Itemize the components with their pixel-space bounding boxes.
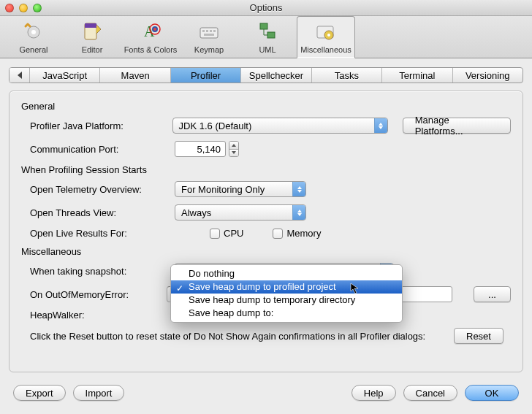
window-title: Options <box>0 2 532 13</box>
toolbar: General Editor A Fonts & Colors Keymap U… <box>0 16 532 58</box>
section-misc: Miscellaneous <box>21 246 511 257</box>
chevron-updown-icon <box>374 118 387 133</box>
content-panel: General Profiler Java Platform: JDK 1.6 … <box>9 91 523 372</box>
svg-rect-9 <box>202 30 205 32</box>
label-oom: On OutOfMemoryError: <box>21 289 159 300</box>
tab-scroll-left[interactable] <box>10 68 30 83</box>
svg-rect-12 <box>213 30 216 32</box>
tab-tasks[interactable]: Tasks <box>312 68 382 83</box>
toolbar-miscellaneous[interactable]: Miscellaneous <box>297 16 355 58</box>
toolbar-general[interactable]: General <box>4 16 63 58</box>
label-threads: Open Threads View: <box>21 207 167 218</box>
checkbox-cpu[interactable]: CPU <box>210 228 243 239</box>
label-port: Communication Port: <box>21 144 167 155</box>
tab-versioning[interactable]: Versioning <box>453 68 522 83</box>
tab-spellchecker[interactable]: Spellchecker <box>241 68 311 83</box>
manage-platforms-button[interactable]: Manage Platforms... <box>403 118 511 134</box>
dropdown-item[interactable]: Save heap dump to: <box>171 307 402 320</box>
dropdown-item[interactable]: Save heap dump to temporary directory <box>171 294 402 307</box>
gear-icon <box>22 20 45 44</box>
tab-bar: JavaScript Maven Profiler Spellchecker T… <box>9 67 523 83</box>
toolbar-fonts-colors[interactable]: A Fonts & Colors <box>121 16 180 58</box>
svg-rect-14 <box>260 23 267 29</box>
toolbar-uml[interactable]: UML <box>238 16 297 58</box>
select-threads[interactable]: Always <box>175 204 306 221</box>
section-profiling: When Profiling Session Starts <box>21 164 511 175</box>
section-general: General <box>21 101 511 112</box>
svg-rect-15 <box>267 32 275 38</box>
misc-icon <box>314 20 338 44</box>
tab-terminal[interactable]: Terminal <box>382 68 452 83</box>
chevron-updown-icon <box>292 182 305 196</box>
footer: Export Import Help Cancel OK <box>0 378 532 407</box>
svg-point-18 <box>327 34 330 37</box>
select-java-platform[interactable]: JDK 1.6 (Default) <box>172 118 388 134</box>
reset-note: Click the Reset button to reset state of… <box>30 331 446 343</box>
toolbar-label: Miscellaneous <box>300 45 352 54</box>
tab-maven[interactable]: Maven <box>100 68 170 83</box>
uml-icon <box>256 20 279 44</box>
toolbar-label: UML <box>259 45 276 54</box>
toolbar-label: Keymap <box>194 45 224 54</box>
reset-button[interactable]: Reset <box>454 328 503 344</box>
port-input[interactable] <box>175 141 226 157</box>
chevron-updown-icon <box>292 205 305 220</box>
dropdown-item[interactable]: Do nothing <box>171 267 402 280</box>
ok-button[interactable]: OK <box>465 385 519 401</box>
export-button[interactable]: Export <box>13 385 66 401</box>
oom-dropdown-menu: Do nothing ✓ Save heap dump to profiled … <box>170 264 403 323</box>
toolbar-editor[interactable]: Editor <box>63 16 121 58</box>
browse-button[interactable]: ... <box>474 286 511 302</box>
cancel-button[interactable]: Cancel <box>403 385 457 401</box>
tab-profiler[interactable]: Profiler <box>171 68 241 83</box>
svg-rect-8 <box>200 28 218 38</box>
svg-point-7 <box>153 28 156 31</box>
fonts-colors-icon: A <box>139 20 162 44</box>
checkbox-memory[interactable]: Memory <box>273 228 321 239</box>
checkbox-icon <box>210 229 220 239</box>
import-button[interactable]: Import <box>73 385 125 401</box>
step-down-icon[interactable] <box>229 149 238 157</box>
toolbar-label: Editor <box>82 45 103 54</box>
label-live-results: Open Live Results For: <box>21 228 167 239</box>
titlebar: Options <box>0 0 532 16</box>
toolbar-label: General <box>19 45 48 54</box>
svg-rect-13 <box>204 34 214 36</box>
step-up-icon[interactable] <box>229 142 238 149</box>
toolbar-label: Fonts & Colors <box>124 45 178 54</box>
label-telemetry: Open Telemetry Overview: <box>21 184 167 195</box>
port-stepper[interactable] <box>175 141 239 157</box>
svg-rect-10 <box>206 30 208 32</box>
toolbar-keymap[interactable]: Keymap <box>180 16 238 58</box>
cursor-icon <box>350 283 362 294</box>
oom-path-field[interactable] <box>398 286 452 302</box>
label-snapshot: When taking snapshot: <box>21 266 167 277</box>
checkbox-icon <box>273 229 283 239</box>
dropdown-item[interactable]: ✓ Save heap dump to profiled project <box>171 280 402 294</box>
svg-rect-3 <box>85 23 96 28</box>
editor-icon <box>80 20 104 44</box>
help-button[interactable]: Help <box>352 385 396 401</box>
label-heapwalker: HeapWalker: <box>21 310 167 321</box>
select-telemetry[interactable]: For Monitoring Only <box>175 181 306 197</box>
svg-point-1 <box>31 30 36 34</box>
label-platform: Profiler Java Platform: <box>21 120 165 131</box>
svg-rect-11 <box>210 30 212 32</box>
tab-javascript[interactable]: JavaScript <box>30 68 100 83</box>
keymap-icon <box>197 20 221 44</box>
